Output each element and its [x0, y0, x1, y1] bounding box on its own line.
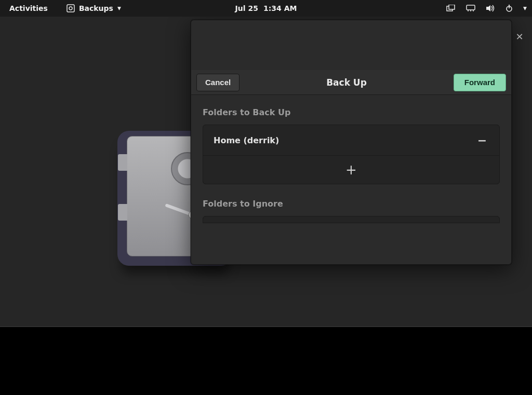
clock-area[interactable]: Jul 25 1:34 AM: [235, 4, 297, 12]
cancel-button[interactable]: Cancel: [196, 74, 240, 91]
workspace-viewport: ✕ Overview: [0, 17, 532, 327]
add-backup-folder-button[interactable]: +: [203, 156, 499, 184]
activities-button[interactable]: Activities: [5, 4, 52, 12]
folders-to-ignore-label: Folders to Ignore: [203, 199, 500, 209]
remove-folder-button[interactable]: −: [475, 133, 489, 147]
app-menu-label: Backups: [79, 4, 113, 12]
panel-time: 1:34 AM: [263, 4, 297, 12]
power-icon[interactable]: [506, 5, 513, 12]
tray-dropdown-icon[interactable]: ▼: [523, 6, 527, 11]
backup-wizard-dialog: Cancel Back Up Forward Folders to Back U…: [191, 20, 512, 265]
svg-marker-8: [486, 5, 490, 11]
volume-icon[interactable]: [486, 5, 495, 12]
windows-tray-icon[interactable]: [446, 5, 456, 12]
forward-button[interactable]: Forward: [454, 74, 506, 91]
main-window-close-button[interactable]: ✕: [513, 30, 526, 43]
dropdown-icon: ▼: [117, 6, 121, 11]
ignore-folders-list: [203, 216, 500, 223]
svg-rect-4: [467, 5, 475, 10]
dialog-title: Back Up: [326, 77, 367, 88]
backups-app-icon: [66, 4, 75, 12]
folders-to-backup-label: Folders to Back Up: [203, 107, 500, 117]
svg-rect-0: [67, 5, 74, 12]
panel-date: Jul 25: [235, 4, 258, 12]
system-tray: ▼: [446, 5, 527, 12]
desktop: ✕ Overview: [0, 17, 532, 395]
list-item[interactable]: Home (derrik) −: [203, 125, 499, 155]
app-menu-button[interactable]: Backups ▼: [66, 4, 121, 12]
gnome-top-panel: Activities Backups ▼ Jul 25 1:34 AM ▼: [0, 0, 532, 17]
dialog-content: Folders to Back Up Home (derrik) − + Fol…: [191, 95, 511, 264]
folder-name: Home (derrik): [214, 135, 279, 145]
svg-point-1: [69, 7, 72, 10]
plus-icon: +: [345, 162, 357, 178]
dialog-headerbar: Cancel Back Up Forward: [191, 70, 511, 95]
network-icon[interactable]: [466, 5, 475, 12]
svg-rect-3: [449, 5, 455, 9]
backup-folders-list: Home (derrik) − +: [203, 125, 500, 184]
